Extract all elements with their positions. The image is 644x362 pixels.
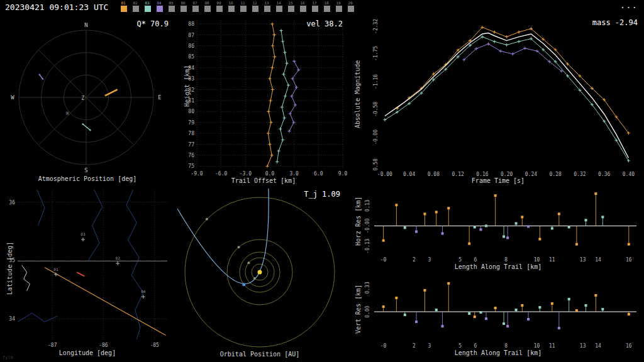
station-toggle-08[interactable]: 08 <box>204 1 211 12</box>
station-id-label: 03 <box>145 1 152 5</box>
svg-text:-0.00: -0.00 <box>365 218 370 233</box>
horz-res-axis-label: Horz Res [km] <box>355 197 362 246</box>
svg-text:0.12: 0.12 <box>452 172 464 177</box>
svg-text:6.0: 6.0 <box>314 171 323 177</box>
station-toggle-02[interactable]: 02 <box>133 1 140 12</box>
svg-text:-6.0: -6.0 <box>215 171 227 177</box>
station-toggle-12[interactable]: 12 <box>252 1 259 12</box>
svg-text:3.0: 3.0 <box>289 171 299 177</box>
station-toggle-07[interactable]: 07 <box>192 1 199 12</box>
svg-text:10: 10 <box>534 257 540 263</box>
horz-length-caption: Length Along Trail [km] <box>352 263 644 270</box>
svg-text:14: 14 <box>595 343 601 349</box>
station-color-swatch <box>312 6 318 12</box>
station-toggle-04[interactable]: 04 <box>157 1 164 12</box>
station-color-swatch <box>264 6 270 12</box>
station-toggle-06[interactable]: 06 <box>180 1 187 12</box>
svg-text:36: 36 <box>9 200 15 206</box>
station-toggle-03[interactable]: 03 <box>145 1 152 12</box>
svg-text:0.00: 0.00 <box>365 305 370 317</box>
station-id-label: 01 <box>121 1 128 5</box>
svg-text:6: 6 <box>474 343 477 349</box>
station-color-swatch <box>324 6 330 12</box>
svg-text:5: 5 <box>458 343 462 349</box>
station-toggle-09[interactable]: 09 <box>216 1 223 12</box>
station-color-swatch <box>336 6 342 12</box>
svg-text:-0.00: -0.00 <box>373 129 379 145</box>
station-id-label: 16 <box>300 1 307 5</box>
svg-text:14: 14 <box>595 257 601 263</box>
svg-text:0.16: 0.16 <box>476 172 488 177</box>
station-toggle-17[interactable]: 17 <box>312 1 319 12</box>
station-color-swatch <box>300 6 306 12</box>
station-color-swatch <box>240 6 247 12</box>
svg-text:0.08: 0.08 <box>428 172 440 177</box>
station-toggle-19[interactable]: 19 <box>336 1 343 12</box>
svg-text:86: 86 <box>188 43 194 49</box>
svg-text:-3.0: -3.0 <box>240 171 252 177</box>
atmospheric-caption: Atmospheric Position [deg] <box>5 175 170 182</box>
svg-text:3: 3 <box>428 257 431 263</box>
station-color-swatch <box>228 6 235 12</box>
svg-text:5: 5 <box>458 257 462 263</box>
svg-text:N: N <box>84 22 87 28</box>
svg-text:03: 03 <box>80 232 86 236</box>
station-color-swatch <box>252 6 258 12</box>
svg-text:10: 10 <box>534 343 540 349</box>
station-id-label: 04 <box>157 1 164 5</box>
vertical-residuals-plot: -02356810111314160.330.00 <box>352 272 644 351</box>
meteor-dashboard: 20230421 09:01:23 UTC 010203040506070809… <box>0 0 644 362</box>
svg-text:34: 34 <box>9 316 15 322</box>
station-id-label: 09 <box>216 1 223 5</box>
station-toggle-11[interactable]: 11 <box>240 1 247 12</box>
station-id-label: 13 <box>264 1 271 5</box>
mass-stat: mass -2.94 <box>541 18 638 27</box>
svg-text:-0.00: -0.00 <box>377 172 392 177</box>
utc-timestamp: 20230421 09:01:23 UTC <box>5 1 108 14</box>
station-color-swatch <box>276 6 282 12</box>
svg-text:0.24: 0.24 <box>525 172 537 177</box>
svg-text:-0.58: -0.58 <box>373 102 379 117</box>
station-toggle-01[interactable]: 01 <box>121 1 128 12</box>
svg-text:85: 85 <box>188 54 194 60</box>
station-toggle-13[interactable]: 13 <box>264 1 271 12</box>
svg-text:-1.16: -1.16 <box>373 74 379 89</box>
station-toggle-10[interactable]: 10 <box>228 1 235 12</box>
svg-text:0.36: 0.36 <box>598 172 610 177</box>
station-toggle-05[interactable]: 05 <box>169 1 175 12</box>
svg-text:2: 2 <box>413 343 416 349</box>
trail-offset-caption: Trail Offset [km] <box>178 177 349 184</box>
svg-text:0.13: 0.13 <box>365 199 370 211</box>
station-id-label: 12 <box>252 1 259 5</box>
svg-text:11: 11 <box>549 343 555 349</box>
svg-text:-0.13: -0.13 <box>365 238 370 253</box>
station-color-swatch <box>288 6 294 12</box>
station-toggle-18[interactable]: 18 <box>324 1 331 12</box>
height-axis-label: Height [km] <box>184 65 191 107</box>
station-id-label: 08 <box>204 1 211 5</box>
station-toggle-14[interactable]: 14 <box>276 1 283 12</box>
top-bar: 20230421 09:01:23 UTC 010203040506070809… <box>0 0 644 15</box>
station-toggle-20[interactable]: 20 <box>348 1 355 12</box>
station-color-swatch <box>192 6 199 12</box>
svg-text:13: 13 <box>580 257 586 263</box>
svg-text:0.40: 0.40 <box>623 172 635 177</box>
station-toggle-16[interactable]: 16 <box>300 1 307 12</box>
station-color-swatch <box>157 6 163 12</box>
svg-text:3: 3 <box>428 343 431 349</box>
station-color-swatch <box>180 6 187 12</box>
svg-text:11: 11 <box>549 257 555 263</box>
station-toggle-15[interactable]: 15 <box>288 1 295 12</box>
vert-length-caption: Length Along Trail [km] <box>352 349 644 356</box>
station-id-label: 10 <box>228 1 235 5</box>
svg-text:0.04: 0.04 <box>403 172 415 177</box>
svg-text:-0: -0 <box>380 343 387 349</box>
station-color-swatch <box>216 6 223 12</box>
svg-text:S: S <box>84 167 87 173</box>
svg-text:-2.32: -2.32 <box>373 19 379 34</box>
station-toggle-row: 0102030405060708091011121314151617181920 <box>121 1 355 12</box>
height-profile-plot: -9.0-6.0-3.00.03.06.09.07576777879808182… <box>178 16 349 181</box>
overflow-menu-button[interactable]: ... <box>620 0 638 10</box>
svg-text:0.58: 0.58 <box>373 158 379 170</box>
svg-text:-86: -86 <box>99 343 108 348</box>
